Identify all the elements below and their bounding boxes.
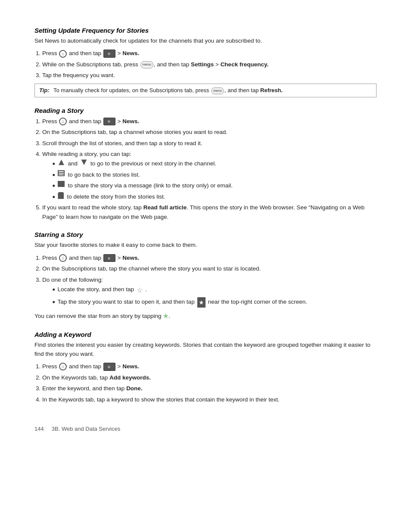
step-1-2: While on the Subscriptions tab, press me…: [42, 60, 377, 69]
news-icon-4: [103, 363, 115, 370]
delete-icon: [58, 192, 64, 199]
step-3-1: Press and then tap > News.: [42, 253, 377, 263]
step-1-1: Press and then tap > News.: [42, 49, 377, 58]
home-button-icon-4: [59, 363, 67, 370]
menu-button-icon-1: menu: [140, 61, 153, 68]
section-1-intro: Set News to automatically check for upda…: [34, 37, 377, 45]
step-2-1: Press and then tap > News.: [42, 117, 377, 126]
home-button-icon-3: [59, 254, 67, 262]
section-3-outro: You can remove the star from an story by…: [34, 311, 377, 321]
bullet-list-starring: Locate the story, and then tap ☆. Tap th…: [53, 285, 377, 308]
bullet-star-empty: Locate the story, and then tap ☆.: [53, 285, 377, 296]
star-colored-icon: ✭: [163, 312, 168, 320]
up-icon: [58, 159, 65, 166]
section-title-3: Starring a Story: [34, 231, 377, 238]
step-2-2: On the Subscriptions tab, tap a channel …: [42, 128, 377, 137]
news-icon-1: [103, 50, 115, 57]
step-2-5: If you want to read the whole story, tap…: [42, 203, 377, 221]
page-number: 144: [34, 426, 44, 432]
star-full-icon: ★: [197, 297, 206, 308]
section-title-4: Adding a Keyword: [34, 331, 377, 338]
section-title-2: Reading a Story: [34, 107, 377, 114]
down-icon: [81, 159, 87, 166]
section-3-intro: Star your favorite stories to make it ea…: [34, 241, 377, 249]
tip-label: Tip:: [39, 87, 50, 93]
menu-button-icon-tip: menu: [211, 87, 224, 94]
bullet-delete-icon: to delete the story from the stories lis…: [53, 192, 377, 202]
section-4-intro: Find stories the interest you easier by …: [34, 341, 377, 358]
home-button-icon: [59, 50, 67, 58]
share-icon: [58, 181, 65, 187]
bullet-share-icon: to share the story via a message (link t…: [53, 181, 377, 190]
step-1-3: Tap the frequency you want.: [42, 71, 377, 80]
bullet-list-reading: and to go to the previous or next story …: [53, 159, 377, 201]
step-4-4: In the Keywords tab, tap a keyword to sh…: [42, 395, 377, 404]
bullet-star-full: Tap the story you want to star to open i…: [53, 297, 377, 308]
tip-box-1: Tip: To manually check for updates, on t…: [34, 84, 377, 97]
step-4-2: On the Keywords tab, tap Add keywords.: [42, 373, 377, 383]
bullet-list-icon: to go back to the stories list.: [53, 170, 377, 180]
news-icon-2: [103, 118, 115, 125]
section-4-steps: Press and then tap > News. On the Keywor…: [42, 362, 377, 404]
bullet-up-down: and to go to the previous or next story …: [53, 159, 377, 168]
footer: 144 3B. Web and Data Services: [34, 421, 377, 432]
step-4-3: Enter the keyword, and then tap Done.: [42, 384, 377, 393]
tip-text: To manually check for updates, on the Su…: [53, 87, 283, 93]
section-2-steps: Press and then tap > News. On the Subscr…: [42, 117, 377, 222]
step-2-3: Scroll through the list of stories, and …: [42, 139, 377, 148]
home-button-icon-2: [59, 118, 67, 125]
star-empty-icon: ☆: [137, 285, 143, 296]
news-icon-3: [103, 254, 115, 262]
section-3-steps: Press and then tap > News. On the Subscr…: [42, 253, 377, 308]
step-3-2: On the Subscriptions tab, tap the channe…: [42, 264, 377, 274]
step-4-1: Press and then tap > News.: [42, 362, 377, 371]
section-title-1: Setting Update Frequency for Stories: [34, 27, 377, 34]
chapter-title: 3B. Web and Data Services: [52, 426, 120, 432]
step-2-4: While reading a story, you can tap: and …: [42, 149, 377, 201]
step-3-3: Do one of the following: Locate the stor…: [42, 275, 377, 308]
section-1-steps: Press and then tap > News. While on the …: [42, 49, 377, 80]
list-icon: [58, 170, 65, 176]
